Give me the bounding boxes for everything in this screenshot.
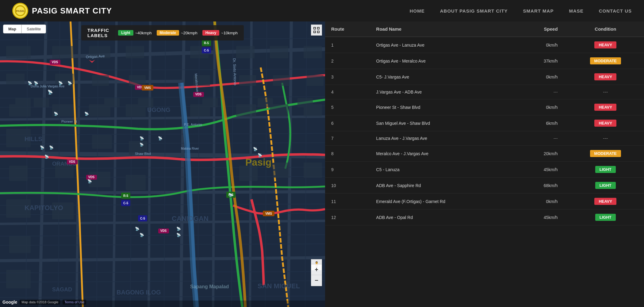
svg-line-17 — [149, 21, 150, 307]
svg-text:📡: 📡 — [58, 81, 63, 85]
svg-text:PASIG: PASIG — [16, 10, 24, 13]
svg-text:Shaw Blvd: Shaw Blvd — [135, 152, 151, 155]
speed-value: --- — [515, 85, 567, 99]
terms-of-use-link[interactable]: Terms of Use — [63, 300, 86, 305]
svg-rect-54 — [52, 46, 74, 58]
speed-value: 45km/h — [515, 162, 567, 178]
traffic-labels-bar: TRAFFIC LABELS Light ~40kmph Moderate ~2… — [81, 25, 244, 40]
nav-contact[interactable]: CONTACT US — [599, 8, 632, 13]
svg-text:Pioneer St: Pioneer St — [61, 120, 77, 123]
condition-badge: MODERATE — [590, 150, 621, 157]
table-header-row: Route Road Name Speed Condition — [325, 21, 644, 37]
nav-smart-map[interactable]: SMART MAP — [523, 8, 554, 13]
table-row: 4 J.Vargas Ave - ADB Ave --- --- — [325, 85, 644, 99]
table-row: 3 C5- J.Vargas Ave 0km/h HEAVY — [325, 69, 644, 85]
svg-rect-84 — [15, 98, 31, 107]
svg-text:📡: 📡 — [176, 232, 181, 237]
speed-value: --- — [515, 131, 567, 146]
col-condition: Condition — [567, 21, 644, 37]
map-view-button[interactable]: Map — [3, 25, 21, 33]
zoom-out-button[interactable]: − — [311, 275, 322, 286]
speed-value: 0km/h — [515, 194, 567, 209]
table-row: 6 San Miguel Ave - Shaw Blvd 6km/h HEAVY — [325, 115, 644, 131]
condition-cell: MODERATE — [567, 53, 644, 69]
condition-cell: --- — [567, 131, 644, 146]
route-number: 2 — [325, 53, 370, 69]
light-badge-speed: ~40kmph — [135, 31, 152, 35]
svg-text:VDS: VDS — [69, 160, 75, 163]
fullscreen-button[interactable] — [311, 25, 322, 36]
map-toggle-controls: Map Satellite — [3, 25, 46, 33]
traffic-labels-title: TRAFFIC LABELS — [87, 28, 113, 38]
svg-text:CANIOGAN: CANIOGAN — [172, 215, 209, 222]
map-canvas: HILLS KAPITOLYO ORANBO UGONG Pasig CANIO… — [0, 21, 325, 307]
svg-rect-88 — [202, 98, 218, 107]
condition-cell: --- — [567, 85, 644, 99]
svg-rect-160 — [317, 27, 319, 29]
map-attribution: Google Map data ©2018 Google Terms of Us… — [2, 300, 86, 305]
condition-badge: HEAVY — [594, 41, 616, 48]
svg-text:📡: 📡 — [140, 136, 144, 140]
svg-text:Makina River: Makina River — [181, 147, 199, 150]
svg-rect-159 — [314, 27, 316, 29]
svg-text:HILLS: HILLS — [25, 136, 42, 142]
route-number: 3 — [325, 69, 370, 85]
speed-value: 0km/h — [515, 69, 567, 85]
svg-text:Pasig: Pasig — [245, 157, 271, 168]
svg-text:📡: 📡 — [40, 145, 44, 150]
nav-about[interactable]: ABOUT PASIG SMART CITY — [440, 8, 508, 13]
table-row: 9 C5 - Lanuza 45km/h LIGHT — [325, 162, 644, 178]
route-number: 5 — [325, 99, 370, 115]
condition-badge: HEAVY — [594, 104, 616, 111]
svg-text:SAN MIGUEL: SAN MIGUEL — [258, 282, 300, 290]
zoom-in-button[interactable]: + — [311, 264, 322, 275]
road-name: Ortigas Ave - Lanuza Ave — [370, 37, 515, 53]
svg-text:VDS: VDS — [52, 60, 58, 64]
fullscreen-icon — [313, 27, 320, 33]
light-traffic-badge: Light ~40kmph — [118, 30, 151, 36]
svg-text:📡: 📡 — [34, 81, 38, 85]
svg-text:📡: 📡 — [54, 111, 58, 116]
svg-text:R-5: R-5 — [204, 41, 209, 45]
route-number: 11 — [325, 194, 370, 209]
road-name: Pioneer St - Shaw Blvd — [370, 99, 515, 115]
svg-rect-46 — [6, 46, 31, 58]
svg-text:VMS: VMS — [265, 212, 272, 215]
road-name: J.Vargas Ave - ADB Ave — [370, 85, 515, 99]
svg-text:C-5: C-5 — [140, 217, 145, 220]
svg-text:📡: 📡 — [44, 154, 49, 159]
condition-dash: --- — [603, 89, 608, 94]
col-speed: Speed — [515, 21, 567, 37]
route-number: 7 — [325, 131, 370, 146]
svg-text:VDS: VDS — [160, 229, 167, 232]
logo-area: PASIG PASIG SMART CITY — [12, 3, 112, 19]
condition-cell: HEAVY — [567, 115, 644, 131]
road-name: Emerald Ave (F.Ortigas) - Garnet Rd — [370, 194, 515, 209]
svg-rect-64 — [126, 46, 144, 58]
svg-rect-90 — [297, 98, 313, 107]
svg-text:📡: 📡 — [228, 193, 233, 197]
heavy-badge-speed: ~10kmph — [221, 31, 238, 35]
speed-value: 6km/h — [515, 115, 567, 131]
svg-text:📡: 📡 — [176, 226, 181, 231]
traffic-table: Route Road Name Speed Condition 1 Ortiga… — [325, 21, 644, 225]
logo-icon: PASIG — [12, 3, 28, 19]
map-area: HILLS KAPITOLYO ORANBO UGONG Pasig CANIO… — [0, 21, 325, 307]
svg-rect-68 — [126, 175, 146, 190]
route-number: 1 — [325, 37, 370, 53]
table-row: 1 Ortigas Ave - Lanuza Ave 0km/h HEAVY — [325, 37, 644, 53]
nav-mase[interactable]: MASE — [569, 8, 583, 13]
map-data-text: Map data ©2018 Google — [20, 300, 60, 305]
nav-home[interactable]: HOME — [410, 8, 425, 13]
svg-rect-85 — [34, 98, 49, 107]
condition-cell: LIGHT — [567, 178, 644, 194]
zoom-controls: + − — [311, 264, 322, 286]
svg-rect-87 — [138, 98, 153, 107]
table-row: 7 Lanuza Ave - J.Vargas Ave --- --- — [325, 131, 644, 146]
satellite-view-button[interactable]: Satellite — [21, 25, 46, 33]
moderate-badge-speed: ~20kmph — [181, 31, 197, 35]
svg-text:📡: 📡 — [87, 179, 92, 183]
road-name: San Miguel Ave - Shaw Blvd — [370, 115, 515, 131]
svg-text:📡: 📡 — [140, 232, 144, 237]
moderate-badge-label: Moderate — [157, 30, 179, 36]
